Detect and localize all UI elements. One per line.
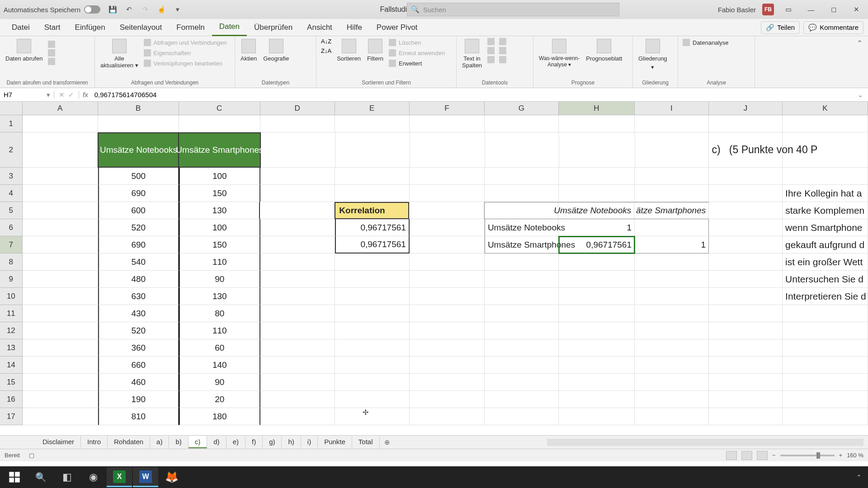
cell[interactable]: [23, 185, 98, 202]
user-avatar[interactable]: FB: [762, 4, 774, 15]
consolidate-icon[interactable]: [499, 38, 506, 45]
cell[interactable]: [260, 202, 335, 219]
cell[interactable]: [335, 288, 410, 305]
cell[interactable]: [635, 168, 709, 185]
data-cell[interactable]: 110: [179, 253, 260, 271]
cell[interactable]: [709, 185, 783, 202]
cell[interactable]: [23, 408, 98, 425]
cell[interactable]: [23, 288, 98, 305]
sheet-tab-Disclaimer[interactable]: Disclaimer: [36, 436, 81, 448]
cell[interactable]: [260, 339, 335, 357]
sheet-tab-Total[interactable]: Total: [352, 436, 380, 448]
cell[interactable]: [635, 305, 709, 322]
sheet-tab-f)[interactable]: f): [245, 436, 263, 448]
outline-button[interactable]: Gliederung▾: [637, 38, 668, 71]
data-cell[interactable]: 690: [98, 185, 179, 202]
data-cell[interactable]: 150: [179, 236, 260, 253]
cell[interactable]: [709, 168, 783, 185]
cell[interactable]: [783, 374, 868, 391]
cell[interactable]: [635, 374, 709, 391]
autosave-toggle[interactable]: Automatisches Speichern: [4, 5, 100, 14]
row-header-2[interactable]: 2: [0, 132, 23, 168]
sheet-tab-h)[interactable]: h): [282, 436, 301, 448]
cell[interactable]: [485, 253, 559, 271]
cell[interactable]: [23, 391, 98, 408]
from-web-icon[interactable]: [48, 49, 55, 56]
text-to-columns-button[interactable]: Text in Spalten: [461, 38, 483, 70]
cell[interactable]: [410, 339, 485, 357]
word-taskbar-icon[interactable]: W: [133, 467, 158, 487]
col-header-H[interactable]: H: [559, 102, 635, 115]
tab-powerpivot[interactable]: Power Pivot: [369, 19, 425, 36]
cell[interactable]: [335, 115, 410, 132]
cell[interactable]: [410, 374, 485, 391]
cell[interactable]: [635, 132, 709, 168]
cell[interactable]: [23, 236, 98, 253]
cell[interactable]: [783, 391, 868, 408]
cell[interactable]: [635, 253, 709, 271]
data-cell[interactable]: 630: [98, 288, 179, 305]
normal-view-icon[interactable]: [726, 451, 737, 460]
remove-duplicates-icon[interactable]: [487, 47, 495, 54]
cell[interactable]: [485, 115, 559, 132]
cell[interactable]: [410, 288, 485, 305]
cell[interactable]: [709, 253, 783, 271]
undo-icon[interactable]: ↶: [124, 5, 134, 14]
row-header-4[interactable]: 4: [0, 185, 23, 202]
data-cell[interactable]: 60: [179, 339, 260, 357]
cell[interactable]: [783, 357, 868, 374]
geography-button[interactable]: Geografie: [262, 38, 290, 63]
cell[interactable]: [410, 305, 485, 322]
save-icon[interactable]: 💾: [108, 5, 118, 14]
cell[interactable]: [709, 115, 783, 132]
obs-icon[interactable]: ◉: [80, 467, 106, 487]
data-cell[interactable]: 130: [179, 202, 260, 219]
cell[interactable]: [559, 339, 635, 357]
tab-hilfe[interactable]: Hilfe: [340, 19, 369, 36]
cell[interactable]: [335, 391, 410, 408]
row-header-9[interactable]: 9: [0, 271, 23, 288]
data-cell[interactable]: 500: [98, 168, 179, 185]
cell[interactable]: [559, 305, 635, 322]
sort-button[interactable]: Sortieren: [336, 38, 362, 63]
what-if-button[interactable]: Was-wäre-wenn- Analyse ▾: [538, 38, 580, 69]
cell[interactable]: [410, 115, 485, 132]
from-table-icon[interactable]: [48, 58, 55, 65]
cell[interactable]: [635, 357, 709, 374]
cell[interactable]: [335, 322, 410, 339]
data-cell[interactable]: 360: [98, 339, 179, 357]
refresh-all-button[interactable]: Alle aktualisieren ▾: [99, 38, 139, 70]
sheet-tab-b)[interactable]: b): [169, 436, 188, 448]
cell[interactable]: [485, 374, 559, 391]
excel-taskbar-icon[interactable]: X: [107, 467, 132, 487]
tab-ueberpruefen[interactable]: Überprüfen: [247, 19, 300, 36]
redo-icon[interactable]: ↷: [140, 5, 150, 14]
cell[interactable]: [410, 253, 485, 271]
cell[interactable]: [783, 339, 868, 357]
data-cell[interactable]: 690: [98, 236, 179, 253]
matrix-col-header[interactable]: ätze Smartphones: [634, 202, 709, 219]
data-cell[interactable]: 110: [179, 322, 260, 339]
formula-input[interactable]: 0,967175614706504: [92, 91, 853, 99]
cell[interactable]: [559, 271, 635, 288]
close-icon[interactable]: ✕: [848, 3, 864, 16]
sheet-tab-c)[interactable]: c): [189, 436, 208, 448]
sheet-tab-i)[interactable]: i): [301, 436, 318, 448]
toggle-switch[interactable]: [84, 5, 100, 14]
row-header-5[interactable]: 5: [0, 202, 23, 219]
col-header-F[interactable]: F: [410, 102, 485, 115]
cell[interactable]: [23, 219, 98, 236]
cell[interactable]: [635, 339, 709, 357]
ribbon-display-icon[interactable]: ▭: [780, 3, 797, 16]
tab-seitenlayout[interactable]: Seitenlayout: [113, 19, 170, 36]
data-cell[interactable]: 100: [179, 219, 260, 236]
cell[interactable]: [635, 219, 709, 236]
side-text[interactable]: wenn Smartphone: [783, 219, 868, 236]
cell[interactable]: [635, 288, 709, 305]
cell[interactable]: [783, 408, 868, 425]
tab-formeln[interactable]: Formeln: [169, 19, 212, 36]
cell[interactable]: [559, 168, 635, 185]
cell[interactable]: [709, 408, 783, 425]
data-cell[interactable]: 810: [98, 408, 179, 425]
cell[interactable]: [485, 185, 559, 202]
